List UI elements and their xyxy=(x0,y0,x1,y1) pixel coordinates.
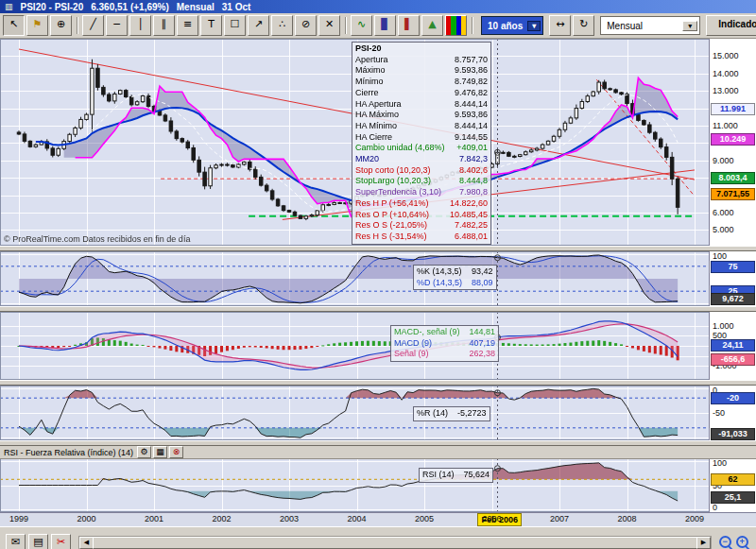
legend-row: HA Mínimo8.444,14 xyxy=(355,121,488,132)
time-axis-year-label: 2005 xyxy=(415,514,434,523)
legend-row: %K (14,3,5)93,42 xyxy=(417,266,493,278)
rsi-canvas[interactable] xyxy=(0,458,710,512)
time-axis-year-label: 2000 xyxy=(77,514,96,523)
williams-r-legend-box[interactable]: %R (14)-5,2723 xyxy=(413,406,490,421)
legend-row: MACD-, señal (9)144,81 xyxy=(394,327,495,338)
compare-icon[interactable]: ↔ xyxy=(549,15,571,36)
period-select[interactable]: Mensual ▾ xyxy=(600,16,700,35)
time-axis: Feb 2006 1999200020012002200320042005200… xyxy=(0,512,756,526)
williams-r-panel[interactable]: %R (14)-5,2723 0-50-100-20-91,033 xyxy=(0,386,756,440)
refresh-icon[interactable]: ↻ xyxy=(573,15,594,36)
axis-tick-label: 15.000 xyxy=(713,51,739,60)
text-icon[interactable]: T xyxy=(200,15,222,36)
legend-row: %R (14)-5,2723 xyxy=(417,408,487,420)
legend-row: Res H P (+56,41%)14.822,60 xyxy=(355,198,488,210)
legend-row: RSI (14)75,624 xyxy=(422,470,490,481)
legend-row: Res H S (-31,54%)6.488,01 xyxy=(355,232,488,243)
bar-chart-icon[interactable]: ▊ xyxy=(374,15,396,36)
candlestick-chart-icon[interactable]: ▌ xyxy=(398,15,420,36)
eraser-icon[interactable]: ⊘ xyxy=(295,15,317,36)
price-axis: 15.00014.00013.00012.00011.00010.0009.00… xyxy=(709,39,756,246)
macd-panel[interactable]: MACD-, señal (9)144,81MACD (9)407,19Seña… xyxy=(0,312,756,380)
rsi-axis: 1005006225,1 xyxy=(709,458,756,512)
status-bar: ✉▤✂ ◀ ▶ − + xyxy=(0,526,756,549)
range-select-value: 10 años xyxy=(488,21,523,31)
time-axis-year-label: 2003 xyxy=(280,514,299,523)
dots-icon[interactable]: ∴ xyxy=(271,15,293,36)
zoom-out-button[interactable]: − xyxy=(719,536,733,549)
williams-r-canvas[interactable] xyxy=(0,386,710,440)
copyright-note: © ProRealTime.com Datos recibidos en fin… xyxy=(4,234,190,244)
axis-value-badge: 11.991 xyxy=(711,103,755,115)
timeframe-label: Mensual xyxy=(177,2,215,12)
rsi-panel[interactable]: RSI - Fuerza Relativa (índice) (14) ⚙▦⊗ … xyxy=(0,446,756,512)
legend-row: HA Máximo9.593,86 xyxy=(355,110,488,121)
axis-tick-label: 9.000 xyxy=(713,156,734,165)
stochastic-legend-box[interactable]: %K (14,3,5)93,42%D (14,3,5)88,09 xyxy=(413,265,497,290)
axis-value-badge: 9,672 xyxy=(711,293,755,305)
legend-row: Señal (9)262,38 xyxy=(394,349,495,360)
trendline-icon[interactable]: ╱ xyxy=(82,15,104,36)
chevron-down-icon: ▾ xyxy=(527,21,541,31)
vertical-line-icon[interactable]: │ xyxy=(129,15,151,36)
axis-tick-label: 6.000 xyxy=(713,208,734,217)
legend-title: PSI-20 xyxy=(355,43,488,55)
settings-wrench-icon[interactable]: ⚙ xyxy=(137,446,151,458)
time-axis-year-label: 2006 xyxy=(483,514,502,523)
legend-row: Cierre9.476,82 xyxy=(355,88,488,99)
parallel-lines-icon[interactable]: ∥ xyxy=(153,15,175,36)
zoom-icon[interactable]: ⊕ xyxy=(50,15,72,36)
scrollbar-thumb[interactable] xyxy=(93,537,697,549)
date-label: 31 Oct xyxy=(222,2,251,12)
scroll-right-icon[interactable]: ▶ xyxy=(696,537,711,549)
line-chart-icon[interactable]: ∿ xyxy=(351,15,372,36)
axis-tick-label: 11.000 xyxy=(713,121,738,130)
cut-icon[interactable]: ✂ xyxy=(51,534,71,549)
toolbar-icon-group: ↖⚑⊕╱─│∥≡T☐↗∴⊘✕∿▊▌▲▦ xyxy=(3,15,475,36)
app-window: ▥ PSI20 - PSI-20 6.360,51 (+1,69%) Mensu… xyxy=(0,0,756,549)
time-axis-year-label: 2004 xyxy=(348,514,367,523)
alarm-icon[interactable]: ⚑ xyxy=(26,15,48,36)
legend-row: Mínimo8.749,82 xyxy=(355,77,488,88)
rectangle-icon[interactable]: ☐ xyxy=(224,15,246,36)
legend-row: Máximo9.593,86 xyxy=(355,65,488,77)
print-icon[interactable]: ▤ xyxy=(28,534,48,549)
add-to-chart-icon[interactable]: ▦ xyxy=(153,446,167,458)
scroll-left-icon[interactable]: ◀ xyxy=(79,537,94,549)
stochastic-canvas[interactable] xyxy=(0,251,710,306)
time-axis-year-label: 2009 xyxy=(685,514,704,523)
rsi-legend-box[interactable]: RSI (14)75,624 xyxy=(419,468,493,483)
macd-canvas[interactable] xyxy=(0,312,710,380)
legend-row: MM207.842,3 xyxy=(355,154,488,165)
statusbar-icon-group: ✉▤✂ xyxy=(6,534,71,549)
toolbar: ↖⚑⊕╱─│∥≡T☐↗∴⊘✕∿▊▌▲▦ 10 años ▾ ↔↻ Mensual… xyxy=(0,13,756,39)
toolbar-separator xyxy=(77,17,77,34)
title-bar: ▥ PSI20 - PSI-20 6.360,51 (+1,69%) Mensu… xyxy=(0,0,756,13)
legend-row: HA Apertura8.444,14 xyxy=(355,99,488,111)
horizontal-line-icon[interactable]: ─ xyxy=(106,15,128,36)
macd-axis: 1.0005000-500-1.00024,11-656,6 xyxy=(709,312,756,380)
time-axis-year-label: 1999 xyxy=(9,514,28,523)
legend-row: HA Cierre9.144,55 xyxy=(355,132,488,144)
period-select-value: Mensual xyxy=(607,21,643,31)
legend-row: Stop corto (10,20,3)8.402,6 xyxy=(355,165,488,177)
pointer-icon[interactable]: ↖ xyxy=(3,15,25,36)
color-palette-icon[interactable]: ▦ xyxy=(445,15,467,36)
mail-icon[interactable]: ✉ xyxy=(6,534,26,549)
area-chart-icon[interactable]: ▲ xyxy=(421,15,443,36)
indicator-backtest-button[interactable]: Indicador/Backtest xyxy=(706,15,756,36)
axis-tick-label: 100 xyxy=(713,251,727,261)
delete-icon[interactable]: ✕ xyxy=(318,15,340,36)
zoom-in-button[interactable]: + xyxy=(736,536,750,549)
fibonacci-icon[interactable]: ≡ xyxy=(177,15,198,36)
macd-legend-box[interactable]: MACD-, señal (9)144,81MACD (9)407,19Seña… xyxy=(390,325,499,362)
range-select[interactable]: 10 años ▾ xyxy=(481,16,543,35)
horizontal-scrollbar[interactable]: ◀ ▶ xyxy=(78,536,712,549)
close-indicator-icon[interactable]: ⊗ xyxy=(169,446,183,458)
axis-value-badge: -656,6 xyxy=(711,353,755,366)
price-legend-box[interactable]: PSI-20 Apertura8.757,70Máximo9.593,86Mín… xyxy=(352,42,491,245)
stochastic-panel[interactable]: %K (14,3,5)93,42%D (14,3,5)88,09 1000752… xyxy=(0,251,756,306)
arrow-icon[interactable]: ↗ xyxy=(248,15,269,36)
axis-value-badge: 10.249 xyxy=(711,133,755,146)
price-panel[interactable]: PSI-20 Apertura8.757,70Máximo9.593,86Mín… xyxy=(0,39,756,246)
